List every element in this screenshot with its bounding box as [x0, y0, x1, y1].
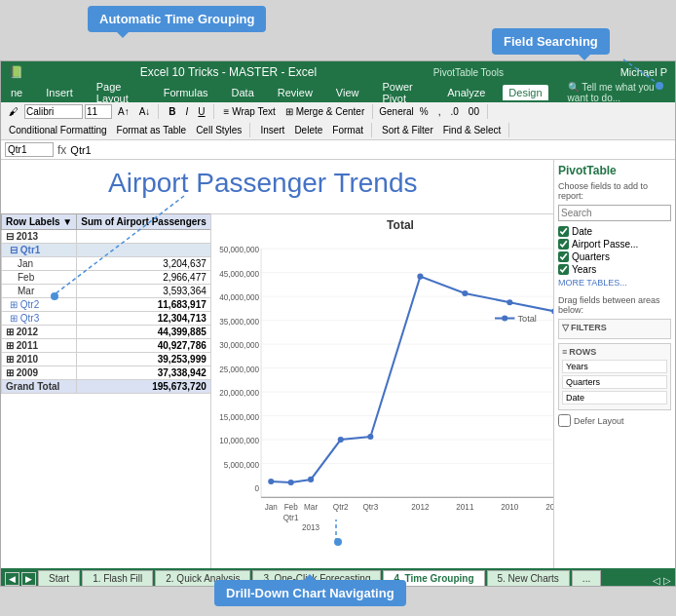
italic-btn[interactable]: I — [182, 104, 193, 119]
tab-review[interactable]: Review — [272, 85, 319, 100]
row-val-grand-total: 195,673,720 — [77, 380, 211, 394]
increase-decimal-btn[interactable]: .0 — [447, 104, 463, 119]
table-row[interactable]: ⊟ 2013 — [2, 230, 211, 244]
chart-inner-title: Total — [211, 218, 553, 232]
field-years: Years — [558, 263, 671, 276]
field-search-input[interactable] — [558, 205, 671, 221]
svg-text:5,000,000: 5,000,000 — [224, 461, 260, 470]
sort-filter-btn[interactable]: Sort & Filter — [378, 123, 437, 137]
edit-section: Insert Delete Format — [256, 123, 372, 137]
scroll-bar-area: ◁ ▷ — [653, 575, 671, 586]
sort-section: Sort & Filter Find & Select — [378, 123, 509, 137]
table-row[interactable]: Jan 3,204,637 — [2, 257, 211, 271]
svg-text:35,000,000: 35,000,000 — [219, 318, 259, 327]
spreadsheet: Airport Passenger Trends Row Labels ▼ Su… — [1, 160, 553, 568]
decrease-decimal-btn[interactable]: 00 — [465, 104, 483, 119]
field-date-checkbox[interactable] — [558, 226, 569, 237]
name-box[interactable] — [5, 142, 54, 157]
tab-new-charts[interactable]: 5. New Charts — [487, 570, 570, 586]
underline-btn[interactable]: U — [194, 104, 208, 119]
field-quarters: Quarters — [558, 250, 671, 263]
svg-point-25 — [308, 477, 314, 482]
more-tables-link[interactable]: MORE TABLES... — [558, 278, 671, 288]
table-row[interactable]: ⊞ 2010 39,253,999 — [2, 353, 211, 366]
tab-ne[interactable]: ne — [5, 85, 28, 100]
svg-text:Total: Total — [517, 314, 536, 324]
field-years-label: Years — [572, 264, 596, 275]
field-airport-checkbox[interactable] — [558, 239, 569, 250]
insert-btn[interactable]: Insert — [256, 123, 288, 137]
defer-checkbox[interactable] — [558, 414, 571, 427]
filters-section: ▽ FILTERS — [558, 319, 671, 339]
format-painter-btn[interactable]: 🖌 — [5, 104, 22, 119]
wrap-text-btn[interactable]: ≡ Wrap Text — [220, 104, 280, 119]
tab-formulas[interactable]: Formulas — [158, 85, 214, 100]
ribbon-tabs: ne Insert Page Layout Formulas Data Revi… — [1, 83, 675, 102]
pivot-header-row-labels: Row Labels ▼ — [2, 214, 77, 230]
svg-text:25,000,000: 25,000,000 — [219, 366, 259, 374]
pivot-panel-subtitle: Choose fields to add to report: — [558, 181, 671, 201]
number-format-label: General — [379, 106, 414, 117]
tab-analyze[interactable]: Analyze — [441, 85, 491, 100]
field-years-checkbox[interactable] — [558, 264, 569, 275]
formula-bar: fx Qtr1 — [1, 140, 675, 160]
table-row[interactable]: ⊞ 2012 44,399,885 — [2, 326, 211, 339]
tab-start[interactable]: Start — [38, 570, 80, 586]
percent-btn[interactable]: % — [416, 104, 432, 119]
cell-styles-btn[interactable]: Cell Styles — [192, 123, 245, 137]
table-row[interactable]: ⊞ Qtr3 12,304,713 — [2, 312, 211, 326]
row-label-qtr3: ⊞ Qtr3 — [2, 312, 77, 326]
merge-center-btn[interactable]: ⊞ Merge & Center — [282, 104, 368, 119]
rows-field-date[interactable]: Date — [562, 391, 667, 404]
row-val-qtr2: 11,683,917 — [77, 298, 211, 312]
comma-btn[interactable]: , — [434, 104, 445, 119]
field-quarters-checkbox[interactable] — [558, 251, 569, 262]
table-row[interactable]: Feb 2,966,477 — [2, 271, 211, 285]
format-table-btn[interactable]: Format as Table — [113, 123, 191, 137]
tab-design[interactable]: Design — [503, 85, 547, 100]
table-row[interactable]: ⊟ Qtr1 — [2, 244, 211, 257]
row-val-feb: 2,966,477 — [77, 271, 211, 285]
svg-text:30,000,000: 30,000,000 — [219, 341, 259, 350]
tab-data[interactable]: Data — [226, 85, 260, 100]
svg-text:10,000,000: 10,000,000 — [219, 437, 259, 445]
chart-title: Airport Passenger Trends — [108, 168, 418, 199]
tab-more[interactable]: ... — [572, 570, 601, 586]
row-val-2010: 39,253,999 — [77, 353, 211, 366]
rows-icon: ≡ — [562, 347, 567, 357]
table-row[interactable]: Mar 3,593,364 — [2, 285, 211, 298]
tab-flash-fill[interactable]: 1. Flash Fill — [82, 570, 153, 586]
table-row[interactable]: ⊞ 2011 40,927,786 — [2, 339, 211, 353]
find-select-btn[interactable]: Find & Select — [439, 123, 505, 137]
rows-field-quarters[interactable]: Quarters — [562, 375, 667, 389]
table-row[interactable]: ⊞ 2009 37,338,942 — [2, 366, 211, 380]
delete-btn[interactable]: Delete — [290, 123, 326, 137]
svg-text:2013: 2013 — [302, 523, 320, 532]
row-label-feb: Feb — [2, 271, 77, 285]
row-label-qtr1: ⊟ Qtr1 — [2, 244, 77, 257]
svg-text:Qtr3: Qtr3 — [362, 503, 378, 512]
tab-nav-right[interactable]: ▶ — [21, 572, 36, 586]
svg-text:20,000,000: 20,000,000 — [219, 389, 259, 398]
excel-window: 📗 Excel 10 Tricks - MASTER - Excel Pivot… — [0, 60, 676, 587]
tab-view[interactable]: View — [330, 85, 365, 100]
cells-section: Conditional Formatting Format as Table C… — [5, 123, 250, 137]
bold-btn[interactable]: B — [165, 104, 179, 119]
tab-insert[interactable]: Insert — [40, 85, 79, 100]
tab-nav-left[interactable]: ◀ — [5, 572, 19, 586]
pivot-panel: PivotTable Choose fields to add to repor… — [553, 160, 675, 568]
table-row[interactable]: ⊞ Qtr2 11,683,917 — [2, 298, 211, 312]
row-label-2009: ⊞ 2009 — [2, 366, 77, 380]
pivot-table: Row Labels ▼ Sum of Airport Passengers ⊟… — [1, 213, 206, 394]
font-name-input[interactable] — [24, 104, 83, 119]
font-size-input[interactable] — [85, 104, 112, 119]
increase-font-btn[interactable]: A↑ — [114, 104, 133, 119]
format-btn[interactable]: Format — [328, 123, 367, 137]
rows-field-years[interactable]: Years — [562, 360, 667, 373]
svg-point-23 — [268, 479, 274, 484]
decrease-font-btn[interactable]: A↓ — [135, 104, 155, 119]
excel-icon: 📗 — [9, 65, 23, 79]
row-label-grand-total: Grand Total — [2, 380, 77, 394]
field-date-label: Date — [572, 226, 592, 237]
conditional-format-btn[interactable]: Conditional Formatting — [5, 123, 111, 137]
